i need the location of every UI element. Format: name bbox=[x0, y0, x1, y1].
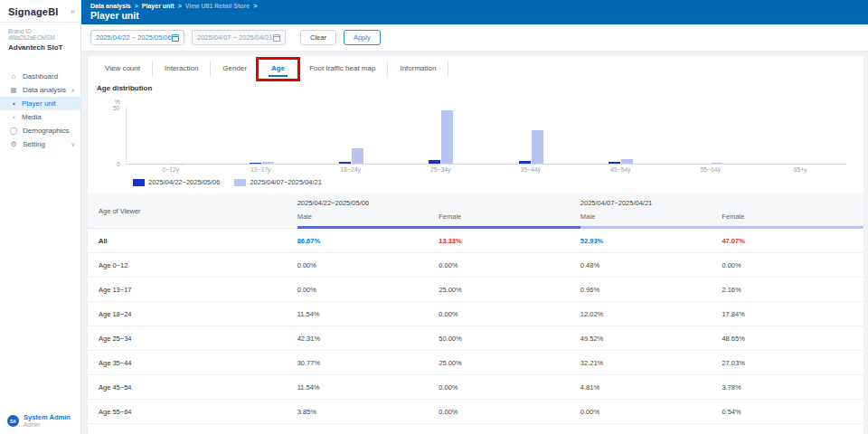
row-label: Age 0~12 bbox=[88, 261, 297, 269]
cell-value: 52.93% bbox=[580, 237, 722, 245]
x-axis-label: 25~34y bbox=[396, 166, 486, 173]
sidebar-menu: ⌂ Dashboard ▦ Data analysis ∧ • Player u… bbox=[0, 70, 80, 151]
tab-foot-traffic-heat-map[interactable]: Foot traffic heat map bbox=[297, 61, 388, 77]
cell-value: 50.00% bbox=[439, 335, 580, 343]
table-row-age-0~12: Age 0~120.00%0.00%0.48%0.00% bbox=[88, 253, 863, 278]
row-label: Age 13~17 bbox=[88, 286, 297, 294]
apply-button[interactable]: Apply bbox=[344, 30, 381, 45]
tab-information[interactable]: Information bbox=[388, 61, 448, 77]
breadcrumb-data-analysis[interactable]: Data analysis bbox=[90, 3, 131, 9]
chart-legend: 2025/04/22~2025/05/062025/04/07~2025/04/… bbox=[133, 178, 853, 186]
cell-value: 48.65% bbox=[722, 335, 863, 343]
sidebar-item-media[interactable]: • Media bbox=[0, 110, 80, 124]
cell-value: 0.96% bbox=[580, 286, 722, 294]
active-tab-indicator bbox=[269, 75, 288, 77]
bar bbox=[532, 130, 543, 164]
table-header: Age of Viewer 2025/04/22~2025/05/06 2025… bbox=[88, 193, 863, 229]
cell-value: 4.81% bbox=[580, 383, 722, 392]
sidebar-item-player-unit[interactable]: • Player unit bbox=[0, 97, 80, 110]
cell-value: 86.67% bbox=[297, 237, 439, 245]
plot-area bbox=[126, 107, 845, 165]
table-header-age-of-viewer: Age of Viewer bbox=[88, 193, 297, 229]
content-area: View countInteractionGenderAgeFoot traff… bbox=[81, 52, 868, 434]
bar-group-0~12y bbox=[127, 107, 216, 164]
bar bbox=[262, 162, 274, 164]
tab-bar: View countInteractionGenderAgeFoot traff… bbox=[88, 56, 863, 77]
brand-id: Brand ID : dWa262aECMSM bbox=[8, 28, 72, 41]
user-name: System Admin bbox=[24, 413, 71, 421]
sidebar-item-data-analysis[interactable]: ▦ Data analysis ∧ bbox=[0, 83, 80, 97]
row-label: Age 18~24 bbox=[88, 310, 297, 318]
cell-value: 0.00% bbox=[580, 408, 722, 416]
chevron-up-icon: ∧ bbox=[71, 87, 75, 93]
cell-value: 25.00% bbox=[439, 286, 580, 294]
bar bbox=[711, 163, 722, 164]
table-row-age-18~24: Age 18~2411.54%0.00%12.02%17.84% bbox=[88, 302, 863, 326]
x-axis-labels: 0~12y13~17y18~24y25~34y35~44y45~54y55~64… bbox=[97, 166, 853, 173]
chart-section: Age distribution % 50 0 0~12y13~17y18~24… bbox=[88, 77, 863, 186]
clear-button[interactable]: Clear bbox=[300, 30, 336, 45]
x-axis-label: 18~24y bbox=[306, 166, 396, 173]
y-axis-tick-50: 50 bbox=[113, 105, 119, 111]
cell-value: 0.00% bbox=[439, 383, 580, 392]
bar bbox=[609, 162, 620, 164]
x-axis-label: 13~17y bbox=[216, 166, 307, 173]
age-distribution-chart: % 50 0 bbox=[97, 107, 853, 165]
calendar-icon bbox=[273, 34, 280, 42]
chart-icon: ▦ bbox=[8, 86, 19, 94]
age-table: Age of Viewer 2025/04/22~2025/05/06 2025… bbox=[88, 193, 863, 434]
cell-value: 0.00% bbox=[722, 261, 863, 269]
tab-age[interactable]: Age bbox=[259, 61, 297, 77]
tab-interaction[interactable]: Interaction bbox=[153, 61, 211, 77]
brand-name: Advantech SIoT bbox=[8, 43, 72, 52]
breadcrumb-view-store[interactable]: View U81 Retail Store bbox=[185, 3, 250, 9]
breadcrumb: Data analysis > Player unit > View U81 R… bbox=[90, 3, 859, 9]
user-profile[interactable]: SA System Admin Admin bbox=[0, 413, 81, 429]
breadcrumb-player-unit[interactable]: Player unit bbox=[142, 3, 175, 9]
cell-value: 32.21% bbox=[580, 359, 722, 367]
y-axis-tick-0: 0 bbox=[117, 161, 120, 167]
bar bbox=[352, 148, 363, 164]
tab-gender[interactable]: Gender bbox=[211, 61, 259, 77]
demographics-icon: ◯ bbox=[8, 127, 19, 135]
table-group-period-2: 2025/04/07~2025/04/21 bbox=[580, 193, 863, 209]
collapse-sidebar-icon[interactable]: « bbox=[71, 7, 75, 16]
legend-item: 2025/04/07~2025/04/21 bbox=[234, 178, 321, 186]
legend-swatch bbox=[234, 179, 246, 186]
y-axis-unit: % bbox=[115, 99, 120, 105]
sidebar-item-setting[interactable]: ⚙ Setting ∨ bbox=[0, 137, 80, 151]
table-row-age-25~34: Age 25~3442.31%50.00%49.52%48.65% bbox=[88, 326, 863, 351]
x-axis-label: 0~12y bbox=[126, 166, 216, 173]
page-header: Data analysis > Player unit > View U81 R… bbox=[81, 0, 868, 24]
legend-item: 2025/04/22~2025/05/06 bbox=[133, 178, 220, 186]
cell-value: 11.54% bbox=[297, 383, 439, 392]
table-row-age-13~17: Age 13~170.00%25.00%0.96%2.16% bbox=[88, 278, 863, 302]
table-row-age-55~64: Age 55~643.85%0.00%0.00%0.54% bbox=[88, 400, 863, 424]
x-axis-label: 45~54y bbox=[576, 166, 666, 173]
date-range-input-primary[interactable]: 2025/04/22 ~ 2025/05/06 bbox=[90, 30, 184, 45]
row-label: All bbox=[88, 237, 297, 245]
table-header-male-2: Male bbox=[580, 209, 722, 229]
bar bbox=[250, 163, 261, 164]
bar-group-55~64y bbox=[665, 107, 755, 164]
sidebar-item-dashboard[interactable]: ⌂ Dashboard bbox=[0, 70, 80, 83]
table-header-female-2: Female bbox=[722, 209, 863, 229]
bar-group-13~17y bbox=[216, 107, 306, 164]
cell-value: 2.16% bbox=[722, 286, 863, 294]
cell-value: 30.77% bbox=[297, 359, 439, 367]
bullet-icon: • bbox=[13, 113, 22, 121]
sidebar-item-demographics[interactable]: ◯ Demographics bbox=[0, 124, 80, 137]
x-axis-label: 35~44y bbox=[486, 166, 576, 173]
bar bbox=[519, 161, 531, 164]
x-axis-label: 65+y bbox=[756, 166, 846, 173]
main-area: Data analysis > Player unit > View U81 R… bbox=[81, 0, 868, 434]
date-range-input-secondary[interactable]: 2025/04/07 ~ 2025/04/21 bbox=[192, 30, 286, 45]
cell-value: 0.48% bbox=[580, 261, 722, 269]
calendar-icon bbox=[172, 34, 179, 42]
tab-view-count[interactable]: View count bbox=[93, 61, 153, 77]
app-logo: SignageBI bbox=[8, 6, 59, 17]
row-label: Age 25~34 bbox=[88, 335, 297, 343]
breadcrumb-separator: > bbox=[253, 3, 257, 9]
table-row-age-35~44: Age 35~4430.77%25.00%32.21%27.03% bbox=[88, 351, 863, 375]
breadcrumb-separator: > bbox=[135, 3, 138, 9]
